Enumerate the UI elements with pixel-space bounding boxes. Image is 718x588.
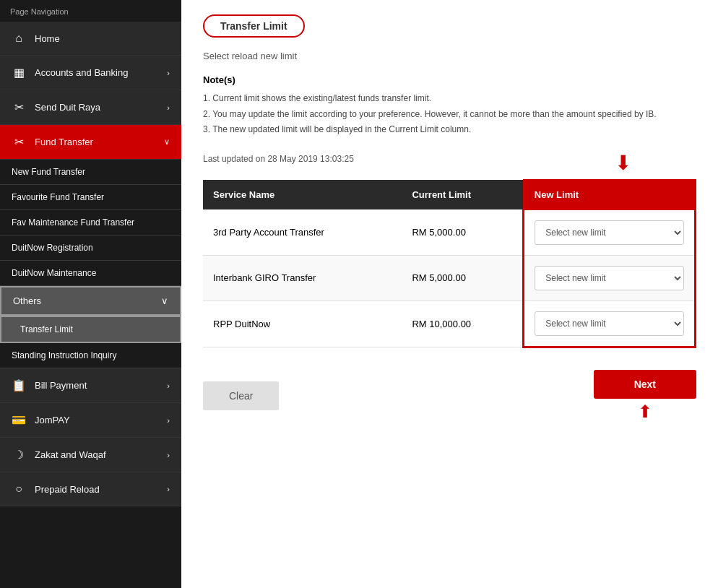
sidebar: Page Navigation ⌂ Home ▦ Accounts and Ba… bbox=[0, 0, 181, 588]
sidebar-standing-instruction[interactable]: Standing Instruction Inquiry bbox=[0, 343, 181, 368]
chevron-others-icon: ∨ bbox=[161, 295, 168, 306]
note-1: 1. Current limit shows the existing/late… bbox=[203, 91, 696, 107]
prepaid-icon: ○ bbox=[12, 483, 26, 496]
chevron-zakat-icon: › bbox=[167, 451, 170, 459]
header-service-name: Service Name bbox=[203, 180, 402, 209]
current-limit-1: RM 5,000.00 bbox=[402, 209, 523, 256]
fund-icon: ✂ bbox=[12, 135, 26, 149]
sidebar-fund-label: Fund Transfer bbox=[35, 137, 93, 147]
notes-title: Note(s) bbox=[203, 74, 696, 85]
table-header-row: Service Name Current Limit New Limit bbox=[203, 180, 696, 209]
current-limit-3: RM 10,000.00 bbox=[402, 301, 523, 347]
sidebar-item-prepaid[interactable]: ○ Prepaid Reload › bbox=[0, 472, 181, 506]
bill-icon: 📋 bbox=[12, 379, 26, 392]
new-limit-select-1[interactable]: Select new limit bbox=[535, 220, 684, 245]
accounts-icon: ▦ bbox=[12, 66, 26, 79]
arrow-down-icon: ⬇ bbox=[615, 151, 631, 175]
service-name-2: Interbank GIRO Transfer bbox=[203, 255, 402, 301]
chevron-fund-icon: ∨ bbox=[164, 137, 170, 147]
jompay-icon: 💳 bbox=[12, 413, 26, 427]
sidebar-jompay-label: JomPAY bbox=[35, 415, 70, 425]
send-duit-icon: ✂ bbox=[12, 100, 26, 114]
chevron-accounts-icon: › bbox=[167, 69, 170, 77]
sidebar-item-home[interactable]: ⌂ Home bbox=[0, 22, 181, 56]
sidebar-zakat-label: Zakat and Waqaf bbox=[35, 449, 106, 460]
sidebar-sub-duitnow-maint[interactable]: DuitNow Maintenance bbox=[0, 261, 181, 286]
sidebar-item-fund-transfer[interactable]: ✂ Fund Transfer ∨ bbox=[0, 125, 181, 160]
sidebar-transfer-limit[interactable]: Transfer Limit bbox=[0, 316, 181, 343]
others-label: Others bbox=[13, 295, 41, 306]
zakat-icon: ☽ bbox=[12, 448, 26, 462]
header-new-limit: New Limit bbox=[524, 180, 696, 209]
new-limit-cell-1: Select new limit bbox=[524, 209, 696, 256]
clear-button[interactable]: Clear bbox=[203, 381, 279, 410]
sidebar-header: Page Navigation bbox=[0, 0, 181, 22]
service-name-3: RPP DuitNow bbox=[203, 301, 402, 347]
limit-table: Service Name Current Limit New Limit 3rd… bbox=[203, 179, 696, 348]
sidebar-others-header[interactable]: Others ∨ bbox=[0, 286, 181, 316]
sidebar-home-label: Home bbox=[35, 33, 60, 44]
chevron-jompay-icon: › bbox=[167, 416, 170, 425]
header-current-limit: Current Limit bbox=[402, 180, 523, 209]
sidebar-sub-fav-maintenance[interactable]: Fav Maintenance Fund Transfer bbox=[0, 210, 181, 235]
home-icon: ⌂ bbox=[12, 32, 26, 45]
service-name-1: 3rd Party Account Transfer bbox=[203, 209, 402, 256]
notes-section: Note(s) 1. Current limit shows the exist… bbox=[203, 74, 696, 138]
sidebar-send-label: Send Duit Raya bbox=[35, 102, 100, 113]
sidebar-sub-duitnow-reg[interactable]: DuitNow Registration bbox=[0, 235, 181, 261]
sidebar-item-jompay[interactable]: 💳 JomPAY › bbox=[0, 403, 181, 438]
next-button[interactable]: Next bbox=[594, 370, 696, 399]
button-row: Clear Next ⬆ bbox=[203, 370, 696, 422]
table-row: RPP DuitNow RM 10,000.00 Select new limi… bbox=[203, 301, 696, 347]
sidebar-accounts-label: Accounts and Banking bbox=[35, 67, 128, 78]
sidebar-item-bill-payment[interactable]: 📋 Bill Payment › bbox=[0, 368, 181, 403]
table-row: 3rd Party Account Transfer RM 5,000.00 S… bbox=[203, 209, 696, 256]
new-limit-select-2[interactable]: Select new limit bbox=[535, 266, 684, 290]
note-3: 3. The new updated limit will be display… bbox=[203, 122, 696, 138]
chevron-bill-icon: › bbox=[167, 381, 170, 390]
page-title: Transfer Limit bbox=[203, 14, 305, 38]
sidebar-sub-new-fund[interactable]: New Fund Transfer bbox=[0, 160, 181, 185]
sidebar-prepaid-label: Prepaid Reload bbox=[35, 484, 100, 495]
sidebar-item-zakat[interactable]: ☽ Zakat and Waqaf › bbox=[0, 438, 181, 472]
sidebar-item-accounts[interactable]: ▦ Accounts and Banking › bbox=[0, 56, 181, 90]
arrow-up-icon: ⬆ bbox=[638, 402, 652, 422]
subtitle: Select reload new limit bbox=[203, 51, 696, 61]
sidebar-item-send-duit-raya[interactable]: ✂ Send Duit Raya › bbox=[0, 90, 181, 125]
last-updated: Last updated on 28 May 2019 13:03:25 bbox=[203, 154, 354, 164]
new-limit-cell-3: Select new limit bbox=[524, 301, 696, 347]
chevron-prepaid-icon: › bbox=[167, 485, 170, 493]
table-wrapper: Service Name Current Limit New Limit 3rd… bbox=[203, 179, 696, 348]
new-limit-cell-2: Select new limit bbox=[524, 255, 696, 301]
notes-list: 1. Current limit shows the existing/late… bbox=[203, 91, 696, 138]
new-limit-select-3[interactable]: Select new limit bbox=[535, 311, 684, 336]
chevron-send-icon: › bbox=[167, 103, 170, 112]
current-limit-2: RM 5,000.00 bbox=[402, 255, 523, 301]
sidebar-sub-favourite-fund[interactable]: Favourite Fund Transfer bbox=[0, 185, 181, 210]
table-row: Interbank GIRO Transfer RM 5,000.00 Sele… bbox=[203, 255, 696, 301]
note-2: 2. You may update the limit according to… bbox=[203, 107, 696, 123]
sidebar-bill-label: Bill Payment bbox=[35, 380, 87, 391]
main-content: Transfer Limit Select reload new limit N… bbox=[181, 0, 718, 588]
